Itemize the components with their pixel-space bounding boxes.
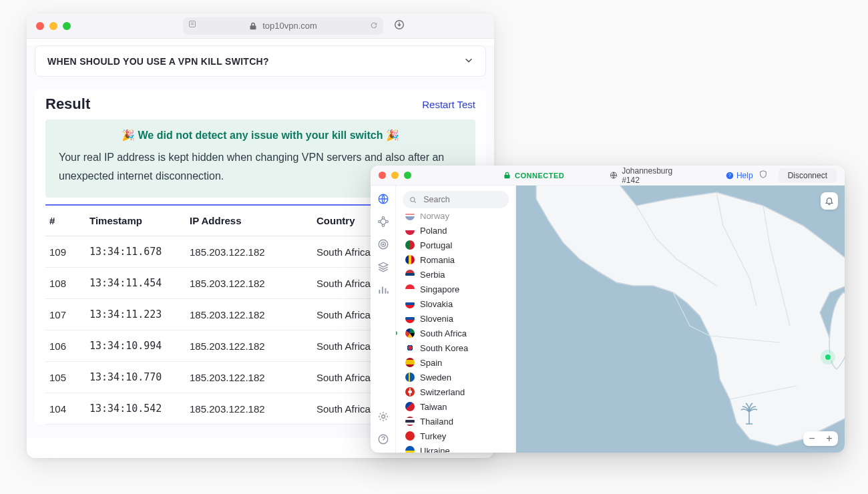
globe-icon (610, 171, 618, 180)
country-name: Norway (420, 214, 449, 221)
country-item[interactable]: Romania (400, 252, 511, 267)
country-name: Portugal (420, 240, 452, 250)
flag-icon (405, 402, 415, 411)
flag-icon (405, 255, 415, 264)
country-item[interactable]: South Korea (400, 340, 511, 355)
country-item[interactable]: Switzerland (400, 385, 511, 399)
notifications-button[interactable] (821, 192, 838, 210)
help-icon: ? (726, 172, 734, 180)
faq-accordion[interactable]: WHEN SHOULD YOU USE A VPN KILL SWITCH? (35, 45, 486, 77)
cell-ip: 185.203.122.182 (186, 330, 312, 362)
svg-point-13 (381, 415, 385, 419)
country-item[interactable]: Thailand (400, 414, 511, 429)
maximize-window-button[interactable] (404, 172, 411, 179)
flag-icon (405, 446, 415, 453)
country-item[interactable]: Spain (400, 355, 511, 370)
rail-target-icon[interactable] (377, 238, 390, 251)
col-ts: Timestamp (85, 205, 186, 236)
country-list[interactable]: NorwayPolandPortugalRomaniaSerbiaSingapo… (396, 214, 515, 453)
search-input[interactable] (422, 194, 502, 205)
palm-icon (740, 403, 758, 428)
country-item[interactable]: Poland (400, 223, 511, 238)
downloads-icon[interactable] (394, 19, 405, 33)
country-item[interactable]: Turkey (400, 429, 511, 443)
cell-num: 105 (45, 362, 85, 393)
flag-icon (405, 431, 415, 441)
country-name: Poland (420, 226, 447, 236)
cell-ts: 13:34:11.223 (85, 299, 186, 330)
location-indicator[interactable]: Johannesburg #142 (610, 166, 687, 185)
zoom-out-button[interactable]: − (803, 431, 821, 446)
help-button[interactable]: ? Help (726, 171, 753, 180)
country-name: Ukraine (420, 446, 450, 453)
restart-test-link[interactable]: Restart Test (422, 99, 475, 110)
cell-num: 109 (45, 236, 85, 268)
flag-icon (405, 270, 415, 279)
map-location-pin[interactable] (823, 352, 833, 362)
zoom-in-button[interactable]: + (821, 431, 838, 446)
address-bar[interactable]: top10vpn.com (183, 17, 383, 35)
country-item[interactable]: Singapore (400, 282, 511, 296)
rail-settings-icon[interactable] (377, 410, 390, 423)
flag-icon (405, 299, 415, 308)
country-name: Sweden (420, 373, 451, 383)
rail-layers-icon[interactable] (377, 260, 390, 274)
close-window-button[interactable] (36, 22, 44, 30)
country-name: South Korea (420, 343, 468, 353)
reader-icon[interactable] (188, 20, 196, 30)
cell-ip: 185.203.122.182 (186, 299, 312, 330)
cell-num: 104 (45, 393, 85, 425)
country-item[interactable]: Slovakia (400, 296, 511, 311)
cell-num: 107 (45, 299, 85, 330)
disconnect-button[interactable]: Disconnect (779, 168, 837, 183)
shield-icon[interactable] (758, 170, 768, 181)
rail-support-icon[interactable] (377, 433, 390, 446)
flag-icon (405, 417, 415, 426)
country-item[interactable]: Sweden (400, 370, 511, 385)
svg-point-15 (411, 197, 415, 201)
country-name: Slovenia (420, 314, 453, 324)
country-item[interactable]: Serbia (400, 267, 511, 282)
country-item[interactable]: Ukraine (400, 443, 511, 453)
zoom-control: − + (803, 431, 838, 446)
flag-icon (405, 314, 415, 323)
rail-stats-icon[interactable] (377, 283, 390, 296)
refresh-icon[interactable] (370, 21, 378, 31)
result-heading: Result (45, 95, 90, 113)
country-name: Switzerland (420, 387, 465, 397)
country-item[interactable]: South Africa (400, 326, 511, 340)
cell-ip: 185.203.122.182 (186, 268, 312, 299)
window-controls (36, 22, 71, 30)
vpn-window: CONNECTED Johannesburg #142 ? Help Disco… (371, 166, 845, 453)
rail-globe-icon[interactable] (377, 192, 390, 206)
cell-ts: 13:34:11.678 (85, 236, 186, 268)
country-name: Spain (420, 358, 442, 368)
map-area[interactable]: − + (516, 186, 845, 453)
location-text: Johannesburg #142 (622, 166, 687, 185)
accordion-title: WHEN SHOULD YOU USE A VPN KILL SWITCH? (47, 56, 269, 67)
cell-ts: 13:34:10.994 (85, 330, 186, 362)
cell-ts: 13:34:11.454 (85, 268, 186, 299)
search-field[interactable] (403, 191, 509, 208)
cell-ip: 185.203.122.182 (186, 236, 312, 268)
country-item[interactable]: Norway (400, 214, 511, 223)
svg-point-6 (378, 220, 380, 222)
rail-mesh-icon[interactable] (377, 215, 390, 228)
status-text: CONNECTED (515, 172, 564, 180)
svg-point-12 (383, 244, 384, 245)
flag-icon (405, 328, 415, 338)
minimize-window-button[interactable] (391, 172, 399, 179)
cell-num: 106 (45, 330, 85, 362)
search-icon (409, 196, 417, 204)
svg-point-7 (385, 220, 387, 222)
minimize-window-button[interactable] (49, 22, 57, 30)
bell-icon (825, 196, 834, 206)
cell-ip: 185.203.122.182 (186, 362, 312, 393)
flag-icon (405, 226, 415, 235)
country-item[interactable]: Portugal (400, 238, 511, 252)
maximize-window-button[interactable] (63, 22, 71, 30)
country-item[interactable]: Taiwan (400, 399, 511, 414)
country-item[interactable]: Slovenia (400, 311, 511, 326)
vpn-sidebar-rail (371, 186, 396, 453)
close-window-button[interactable] (379, 172, 386, 179)
